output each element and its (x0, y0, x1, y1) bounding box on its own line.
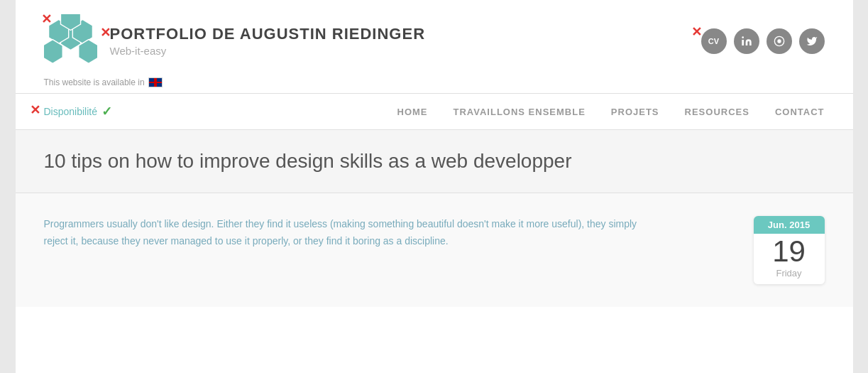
article-body: Programmers usually don't like design. E… (44, 216, 654, 250)
lang-notice: This website is available in (44, 75, 825, 93)
nav-home[interactable]: HOME (397, 107, 428, 117)
nav-contact[interactable]: CONTACT (775, 107, 825, 117)
article-title-section: 10 tips on how to improve design skills … (16, 130, 853, 193)
nav-projets[interactable]: PROJETS (611, 107, 659, 117)
uk-flag-icon (148, 77, 163, 87)
check-icon: ✓ (101, 104, 112, 119)
date-day: 19 (754, 234, 825, 266)
site-subtitle: Web-it-easy (110, 45, 426, 57)
logo[interactable]: ✕ (44, 14, 97, 67)
nav-travaillons[interactable]: TRAVAILLONS ENSEMBLE (454, 107, 586, 117)
x-mark-logo: ✕ (41, 11, 52, 27)
svg-point-8 (777, 39, 781, 43)
disponibilite[interactable]: ✕ Disponibilité ✓ (44, 104, 112, 119)
article-content-section: Programmers usually don't like design. E… (16, 193, 853, 307)
date-widget: Jun. 2015 19 Friday (754, 216, 825, 284)
x-mark-title: ✕ (100, 25, 111, 40)
nav-resources[interactable]: RESOURCES (685, 107, 749, 117)
header: ✕ ✕ PORTFOLIO DE AUGUSTIN RIEDINGER Web-… (16, 0, 853, 93)
svg-point-6 (742, 36, 744, 38)
cv-button[interactable]: CV (701, 28, 727, 54)
x-mark-social: ✕ (691, 24, 702, 40)
nav-bar: ✕ Disponibilité ✓ HOME TRAVAILLONS ENSEM… (16, 93, 853, 130)
date-weekday: Friday (754, 266, 825, 284)
header-left: ✕ ✕ PORTFOLIO DE AUGUSTIN RIEDINGER Web-… (44, 14, 426, 67)
article-title: 10 tips on how to improve design skills … (44, 150, 825, 173)
linkedin-button[interactable] (734, 28, 759, 54)
disponibilite-label: Disponibilité (44, 106, 97, 117)
twitter-button[interactable] (799, 28, 825, 54)
header-right: ✕ CV (701, 28, 825, 54)
x-mark-dispo: ✕ (30, 102, 40, 118)
github-button[interactable] (767, 28, 792, 54)
date-month: Jun. 2015 (754, 216, 825, 234)
site-title-block: ✕ PORTFOLIO DE AUGUSTIN RIEDINGER Web-it… (110, 25, 426, 57)
article-text: Programmers usually don't like design. E… (44, 216, 654, 250)
nav-links: HOME TRAVAILLONS ENSEMBLE PROJETS RESOUR… (397, 105, 825, 118)
site-title: PORTFOLIO DE AUGUSTIN RIEDINGER (110, 25, 426, 43)
